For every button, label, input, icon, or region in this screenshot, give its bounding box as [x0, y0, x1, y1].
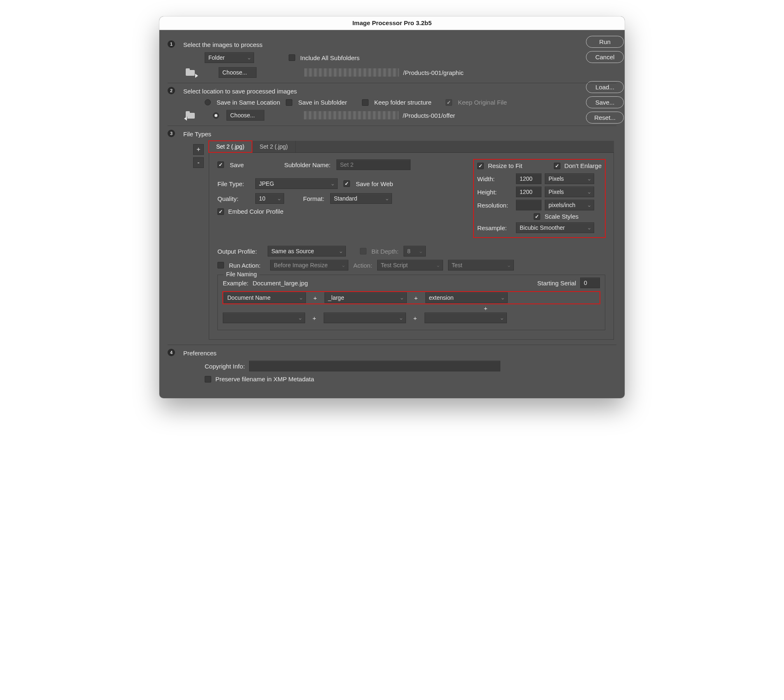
chevron-down-icon: ⌵ [331, 182, 334, 186]
dialog-content: Run Cancel Load... Save... Reset... 1 Se… [159, 30, 625, 398]
dest-path-tail: /Products-001/offer [403, 112, 455, 119]
source-select-value: Folder [208, 54, 225, 61]
chevron-down-icon: ⌵ [501, 316, 503, 320]
resample-select[interactable]: Bicubic Smoother⌵ [516, 222, 594, 233]
filetype-panel: Save Subfolder Name: Set 2 File Type: JP… [209, 153, 614, 340]
run-action-checkbox[interactable] [217, 262, 224, 268]
bitdepth-select: 8⌵ [404, 246, 426, 257]
add-tab-button[interactable]: + [193, 144, 204, 155]
format-label: Format: [303, 195, 324, 202]
resize-group: Resize to Fit Don't Enlarge Width: [474, 159, 605, 238]
height-input[interactable]: 1200 [516, 187, 541, 197]
naming-slot-1-value: Document Name [227, 294, 271, 301]
plus-icon: + [311, 294, 320, 301]
embed-profile-checkbox[interactable] [217, 208, 224, 215]
naming-slot-1[interactable]: Document Name⌵ [224, 292, 306, 303]
chevron-down-icon: ⌵ [437, 263, 439, 268]
width-unit-value: Pixels [548, 175, 564, 182]
step-badge-1: 1 [168, 40, 175, 48]
dont-enlarge-checkbox[interactable] [554, 163, 560, 169]
dest-path-redacted [304, 111, 399, 119]
naming-slot-6[interactable]: ⌵ [425, 313, 507, 323]
chevron-down-icon: ⌵ [588, 190, 590, 194]
bitdepth-checkbox [360, 248, 366, 254]
height-unit-value: Pixels [548, 189, 564, 195]
filetype-value: JPEG [259, 180, 274, 187]
keep-structure-label: Keep folder structure [374, 99, 432, 106]
save-subfolder-checkbox[interactable] [286, 99, 292, 106]
tab-set-1[interactable]: Set 2 (.jpg) [209, 141, 252, 152]
source-select[interactable]: Folder ⌵ [205, 52, 254, 63]
save-same-location-radio[interactable] [205, 99, 211, 105]
save-label: Save [230, 161, 244, 168]
quality-select[interactable]: 10⌵ [255, 193, 284, 204]
resolution-input[interactable] [516, 200, 541, 210]
resolution-label: Resolution: [477, 202, 513, 209]
resolution-unit-value: pixels/inch [548, 202, 575, 208]
resolution-unit-select[interactable]: pixels/inch⌵ [545, 200, 594, 210]
chevron-down-icon: ⌵ [588, 226, 590, 230]
chevron-down-icon: ⌵ [502, 296, 504, 300]
choose-dest-button[interactable]: Choose... [226, 110, 264, 121]
naming-row-2: ⌵ + ⌵ + ⌵ [223, 313, 600, 323]
height-label: Height: [477, 189, 513, 196]
choose-source-button[interactable]: Choose... [219, 67, 257, 78]
scale-styles-label: Scale Styles [544, 213, 579, 220]
preserve-xmp-checkbox[interactable] [205, 376, 211, 383]
save-for-web-checkbox[interactable] [343, 180, 350, 187]
filetype-tabs: Set 2 (.jpg) Set 2 (.jpg) [209, 141, 614, 153]
run-action-when-select[interactable]: Before Image Resize⌵ [270, 260, 348, 271]
source-path-tail: /Products-001/graphic [403, 69, 464, 76]
tab-set-2[interactable]: Set 2 (.jpg) [252, 141, 295, 152]
section-preferences: 4 Preferences Copyright Info: Preserve f… [168, 345, 616, 387]
section1-heading: Select the images to process [183, 41, 263, 48]
section3-heading: File Types [183, 131, 211, 138]
save-for-web-label: Save for Web [356, 180, 393, 187]
starting-serial-input[interactable]: 0 [580, 278, 600, 288]
step-badge-2: 2 [168, 87, 175, 94]
width-label: Width: [477, 175, 513, 182]
source-path-redacted [304, 68, 399, 77]
format-select[interactable]: Standard⌵ [330, 193, 392, 204]
action-name-select[interactable]: Test⌵ [448, 260, 514, 271]
action-name-value: Test [452, 262, 462, 268]
save-choose-radio[interactable] [213, 112, 219, 119]
height-unit-select[interactable]: Pixels⌵ [545, 187, 594, 197]
quality-label: Quality: [217, 195, 250, 202]
naming-slot-3[interactable]: extension⌵ [425, 292, 508, 303]
resize-to-fit-checkbox[interactable] [477, 163, 484, 169]
scale-styles-checkbox[interactable] [534, 213, 540, 220]
dialog-window: Image Processor Pro 3.2b5 Run Cancel Loa… [159, 16, 625, 398]
output-profile-value: Same as Source [271, 248, 314, 254]
chevron-down-icon: ⌵ [248, 56, 250, 60]
chevron-down-icon: ⌵ [588, 177, 590, 181]
file-naming-group: File Naming Example: Document_large.jpg … [217, 275, 605, 330]
run-action-label: Run Action: [229, 262, 265, 269]
width-unit-select[interactable]: Pixels⌵ [545, 173, 594, 184]
subfolder-name-input[interactable]: Set 2 [336, 159, 411, 170]
copyright-input[interactable] [249, 361, 500, 371]
chevron-down-icon: ⌵ [340, 249, 342, 254]
section-file-types: 3 File Types + - Set 2 (.jpg) Set 2 (.jp… [168, 126, 616, 345]
chevron-down-icon: ⌵ [342, 263, 345, 268]
save-checkbox[interactable] [217, 161, 224, 168]
section-save-location: 2 Select location to save processed imag… [168, 83, 616, 126]
keep-structure-checkbox[interactable] [362, 99, 369, 106]
folder-in-icon [186, 111, 196, 119]
include-subfolders-checkbox[interactable] [289, 54, 295, 61]
quality-value: 10 [259, 195, 266, 202]
action-set-select[interactable]: Test Script⌵ [377, 260, 443, 271]
output-profile-label: Output Profile: [217, 248, 263, 255]
filetype-select[interactable]: JPEG⌵ [255, 178, 338, 189]
naming-slot-2[interactable]: _large⌵ [324, 292, 407, 303]
remove-tab-button[interactable]: - [193, 157, 204, 168]
file-naming-legend: File Naming [224, 271, 259, 278]
naming-slot-4[interactable]: ⌵ [223, 313, 305, 323]
section-select-images: 1 Select the images to process Folder ⌵ … [168, 37, 616, 83]
section4-heading: Preferences [183, 350, 217, 357]
naming-slot-5[interactable]: ⌵ [324, 313, 406, 323]
preserve-xmp-label: Preserve filename in XMP Metadata [215, 376, 314, 383]
output-profile-select[interactable]: Same as Source⌵ [268, 246, 346, 257]
width-input[interactable]: 1200 [516, 173, 541, 184]
bitdepth-value: 8 [407, 248, 411, 254]
